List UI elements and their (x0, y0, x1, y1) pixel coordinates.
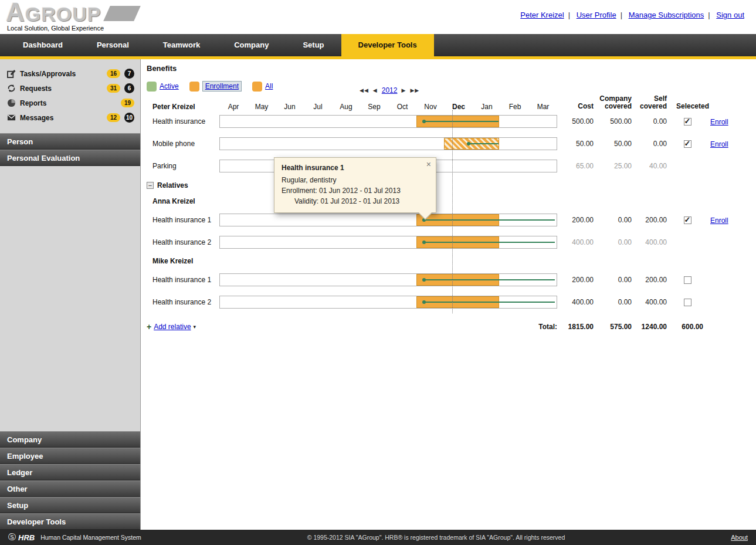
tab-teamwork[interactable]: Teamwork (146, 34, 217, 56)
hrb-logo-icon: Ⓢ (8, 532, 16, 543)
self-covered-value: 0.00 (632, 117, 667, 126)
column-header-self-covered: Self covered (632, 95, 667, 111)
logo-tagline: Local Solution, Global Experience (7, 25, 104, 32)
tooltip-title: Health insurance 1 (282, 164, 429, 172)
active-filter-link[interactable]: Active (160, 82, 179, 90)
sidebar-item-label: Messages (20, 114, 103, 122)
enroll-link[interactable]: Enroll (710, 140, 728, 148)
manage-subscriptions-link[interactable]: Manage Subscriptions (629, 11, 714, 19)
agroup-logo: AGROUP (6, 0, 137, 26)
prev-year-fast-icon[interactable]: ◀◀ (360, 87, 369, 93)
cost-value: 200.00 (557, 216, 594, 224)
today-line (452, 110, 453, 313)
sidebar-item-label: Requests (20, 84, 103, 93)
selected-checkbox[interactable] (684, 276, 691, 284)
tab-developer-tools[interactable]: Developer Tools (341, 34, 434, 56)
timeline (219, 296, 557, 309)
add-relative[interactable]: + Add relative ▾ (147, 322, 219, 331)
caret-down-icon: ▾ (194, 324, 196, 330)
column-header-company-covered: Company covered (594, 95, 632, 111)
selected-checkbox[interactable] (684, 299, 691, 306)
relative-name-row: Mike Kreizel (152, 253, 756, 269)
active-period-line (467, 143, 499, 144)
month-label: Oct (388, 103, 416, 111)
sidebar-item-requests[interactable]: Requests 31 6 (0, 81, 140, 96)
prev-year-icon[interactable]: ◀ (373, 87, 378, 93)
sidebar-section-company[interactable]: Company (0, 431, 140, 448)
sidebar-section-personal-evaluation[interactable]: Personal Evaluation (0, 150, 140, 166)
user-profile-link[interactable]: User Profile (577, 11, 626, 19)
enroll-link[interactable]: Enroll (710, 216, 728, 225)
year-link[interactable]: 2012 (382, 86, 398, 94)
messages-envelope-icon (7, 113, 16, 122)
relatives-section-row: − Relatives (152, 177, 756, 194)
benefit-label: Health insurance 2 (152, 298, 219, 306)
benefit-label: Health insurance 2 (152, 238, 219, 246)
self-covered-value: 400.00 (632, 298, 667, 306)
selected-checkbox[interactable] (684, 118, 691, 126)
tab-setup[interactable]: Setup (286, 34, 341, 56)
year-navigation: ◀◀ ◀ 2012 ▶ ▶▶ (360, 86, 419, 94)
chart-header-row: Peter Kreizel Apr May Jun Jul Aug Sep Oc… (152, 95, 756, 110)
add-relative-link[interactable]: Add relative (154, 323, 191, 331)
logo-parallelogram-icon (104, 6, 141, 21)
enrollment-filter-link[interactable]: Enrollment (202, 81, 242, 92)
month-label: Nov (416, 103, 445, 111)
benefit-label: Health insurance 1 (152, 276, 219, 284)
pending-badge: 16 (107, 69, 120, 78)
all-filter-link[interactable]: All (265, 82, 273, 90)
company-covered-value: 25.00 (594, 162, 632, 170)
total-company-covered: 575.00 (594, 323, 632, 331)
active-period-line (423, 279, 555, 280)
sidebar-section-other[interactable]: Other (0, 480, 140, 497)
month-label: Apr (219, 103, 248, 111)
count-badge: 7 (124, 69, 134, 79)
sidebar-item-label: Reports (20, 99, 117, 107)
legend-item-all: All (252, 82, 273, 92)
collapse-toggle-icon[interactable]: − (147, 182, 154, 189)
benefit-row: Health insurance 500.00 500.00 0.00 Enro… (152, 110, 756, 133)
logo-text: AGROUP (6, 0, 101, 26)
sidebar-section-person[interactable]: Person (0, 133, 140, 150)
sidebar-section-developer-tools[interactable]: Developer Tools (0, 513, 140, 530)
next-year-fast-icon[interactable]: ▶▶ (410, 87, 419, 93)
timeline (219, 115, 557, 128)
close-icon[interactable]: × (426, 160, 431, 168)
legend: Active Enrollment All (147, 79, 756, 94)
sidebar-section-setup[interactable]: Setup (0, 497, 140, 513)
enrollment-swatch (189, 82, 199, 92)
sidebar-item-tasks-approvals[interactable]: Tasks/Approvals 16 7 (0, 66, 140, 81)
column-header-cost: Cost (557, 103, 594, 110)
benefits-page: Benefits Active Enrollment All ◀◀ ◀ (141, 59, 756, 530)
sidebar-item-reports[interactable]: Reports 19 (0, 96, 140, 110)
sidebar-item-messages[interactable]: Messages 12 10 (0, 110, 140, 125)
benefits-chart: Peter Kreizel Apr May Jun Jul Aug Sep Oc… (147, 95, 756, 340)
tab-company[interactable]: Company (217, 34, 286, 56)
tab-dashboard[interactable]: Dashboard (6, 34, 80, 56)
total-self-covered: 1240.00 (632, 323, 667, 331)
tab-personal[interactable]: Personal (80, 34, 146, 56)
self-covered-value: 40.00 (632, 162, 667, 170)
cost-value: 200.00 (557, 276, 594, 284)
company-covered-value: 50.00 (594, 140, 632, 148)
next-year-icon[interactable]: ▶ (401, 87, 406, 93)
top-header: AGROUP Local Solution, Global Experience… (0, 0, 756, 34)
month-axis: Apr May Jun Jul Aug Sep Oct Nov Dec Jan … (219, 103, 557, 111)
about-link[interactable]: About (731, 534, 748, 541)
hrb-brand: HRB (18, 533, 35, 542)
timeline (219, 137, 557, 150)
month-label: May (248, 103, 276, 111)
relative-name: Anna Kreizel (152, 197, 219, 205)
company-covered-value: 500.00 (594, 117, 632, 126)
selected-checkbox[interactable] (684, 216, 691, 224)
enroll-link[interactable]: Enroll (710, 118, 728, 126)
plus-icon: + (147, 322, 151, 331)
footer: Ⓢ HRB Human Capital Management System © … (0, 530, 756, 545)
sign-out-link[interactable]: Sign out (716, 11, 744, 19)
benefit-row: Health insurance 2 400.00 0.00 400.00 (152, 231, 756, 253)
selected-checkbox[interactable] (684, 140, 691, 148)
tasks-icon (7, 69, 16, 78)
sidebar-section-ledger[interactable]: Ledger (0, 464, 140, 480)
sidebar-section-employee[interactable]: Employee (0, 448, 140, 464)
user-name-link[interactable]: Peter Kreizel (520, 11, 574, 19)
